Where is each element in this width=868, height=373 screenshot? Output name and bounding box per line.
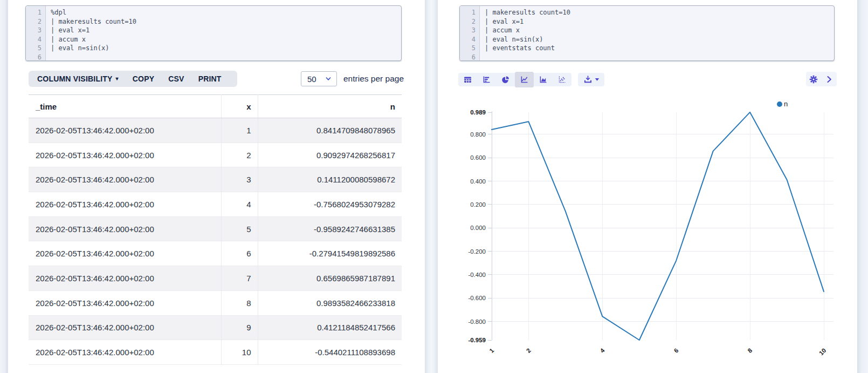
y-tick-label: 0.989: [470, 109, 486, 116]
area-chart-button[interactable]: [534, 73, 553, 86]
legend-dot: [777, 101, 782, 107]
notebook-page: 123456 %dpl| makeresults count=10| eval …: [0, 0, 868, 373]
cell-n: -0.27941549819892586: [258, 241, 402, 266]
cell-n: 0.1411200080598672: [258, 167, 402, 192]
page-size-value: 50: [307, 74, 316, 84]
cell-x: 4: [221, 192, 258, 217]
scatter-chart-icon: [557, 75, 567, 84]
cell-time: 2026-02-05T13:46:42.000+02:00: [29, 340, 221, 365]
code-line: [485, 53, 570, 61]
y-tick-label: 0.600: [470, 154, 486, 161]
line-number: 3: [26, 26, 45, 35]
table-row: 2026-02-05T13:46:42.000+02:0020.90929742…: [29, 143, 402, 167]
table-row: 2026-02-05T13:46:42.000+02:0090.41211848…: [29, 315, 402, 340]
code-line: | accum x: [485, 26, 570, 35]
cell-time: 2026-02-05T13:46:42.000+02:00: [29, 241, 221, 266]
table-row: 2026-02-05T13:46:42.000+02:0080.98935824…: [29, 290, 402, 315]
y-tick-label: -0.800: [468, 318, 486, 325]
table-row: 2026-02-05T13:46:42.000+02:004-0.7568024…: [29, 192, 402, 217]
cell-n: 0.9893582466233818: [258, 290, 402, 315]
cell-x: 3: [221, 167, 258, 192]
x-tick-label: 8: [747, 347, 754, 354]
line-number: 2: [460, 17, 479, 26]
cell-x: 1: [221, 118, 258, 143]
cell-time: 2026-02-05T13:46:42.000+02:00: [29, 192, 221, 217]
scatter-chart-button[interactable]: [553, 73, 571, 86]
bar-chart-button[interactable]: [477, 73, 496, 86]
cell-x: 2: [221, 143, 258, 167]
x-tick-label: 6: [673, 347, 680, 354]
line-chart-button[interactable]: [515, 72, 534, 87]
table-view-button[interactable]: [458, 73, 477, 86]
cell-n: 0.6569865987187891: [258, 266, 402, 291]
table-row: 2026-02-05T13:46:42.000+02:006-0.2794154…: [29, 241, 402, 266]
column-header-n[interactable]: n: [258, 95, 402, 118]
x-tick-label: 10: [818, 347, 828, 357]
cell-n: 0.8414709848078965: [258, 118, 402, 143]
cell-gutter-right: [857, 0, 868, 373]
download-button[interactable]: [583, 75, 600, 84]
cell-n: -0.9589242746631385: [258, 216, 402, 241]
code-line: | makeresults count=10: [485, 8, 570, 17]
column-visibility-button[interactable]: COLUMN VISIBILITY ▾: [37, 74, 126, 83]
x-tick-label: 2: [525, 347, 532, 354]
table-row: 2026-02-05T13:46:42.000+02:0010.84147098…: [29, 118, 402, 143]
chevron-right-icon: [824, 74, 834, 84]
table-row: 2026-02-05T13:46:42.000+02:0010-0.544021…: [29, 340, 402, 365]
code-line: | eval n=sin(x): [485, 35, 570, 44]
code-line: | eval x=1: [485, 17, 570, 26]
column-header-_time[interactable]: _time: [29, 95, 221, 118]
code-line: | eval n=sin(x): [51, 44, 136, 53]
y-tick-label: 0.400: [470, 178, 486, 185]
code-editor-right[interactable]: 123456 | makeresults count=10| eval x=1|…: [459, 5, 835, 61]
print-button[interactable]: PRINT: [191, 74, 229, 83]
pie-chart-icon: [501, 75, 510, 84]
y-tick-label: -0.959: [468, 337, 486, 343]
page-size-select[interactable]: 50: [301, 71, 337, 86]
cell-time: 2026-02-05T13:46:42.000+02:00: [29, 143, 221, 167]
copy-button[interactable]: COPY: [126, 74, 161, 83]
cell-time: 2026-02-05T13:46:42.000+02:00: [29, 118, 221, 143]
settings-button[interactable]: [809, 74, 818, 84]
expand-button[interactable]: [824, 74, 834, 84]
code-line: %dpl: [51, 8, 136, 17]
cell-n: -0.5440211108893698: [258, 340, 402, 365]
line-number: 4: [460, 35, 479, 44]
cell-x: 9: [221, 315, 258, 340]
y-tick-label: -0.400: [468, 272, 486, 278]
code-lines[interactable]: | makeresults count=10| eval x=1| accum …: [480, 6, 570, 60]
line-number: 3: [460, 26, 479, 35]
line-chart-panel: 0.9890.8000.6000.4000.2000.000-0.200-0.4…: [456, 96, 841, 369]
y-tick-label: -0.200: [468, 248, 486, 255]
line-chart: 0.9890.8000.6000.4000.2000.000-0.200-0.4…: [456, 96, 841, 369]
cell-time: 2026-02-05T13:46:42.000+02:00: [29, 216, 221, 241]
gear-icon: [809, 74, 818, 84]
cell-x: 7: [221, 266, 258, 291]
line-number: 6: [26, 53, 45, 61]
table-button-bar: COLUMN VISIBILITY ▾ COPY CSV PRINT: [29, 71, 237, 87]
line-number: 5: [26, 44, 45, 53]
x-tick-label: 4: [599, 347, 606, 354]
line-number: 5: [460, 44, 479, 53]
legend-item-n[interactable]: n: [777, 100, 788, 108]
x-tick-label: 1: [488, 347, 495, 354]
area-chart-icon: [539, 75, 548, 84]
chart-type-toolbar: [458, 73, 571, 86]
code-lines[interactable]: %dpl| makeresults count=10| eval x=1| ac…: [46, 6, 136, 60]
cell-x: 10: [221, 340, 258, 365]
code-line: | eval x=1: [51, 26, 136, 35]
csv-button[interactable]: CSV: [161, 74, 191, 83]
cell-n: 0.4121184852417566: [258, 315, 402, 340]
pie-chart-button[interactable]: [496, 73, 515, 86]
y-tick-label: 0.200: [470, 201, 486, 208]
cell-time: 2026-02-05T13:46:42.000+02:00: [29, 290, 221, 315]
code-editor-left[interactable]: 123456 %dpl| makeresults count=10| eval …: [25, 5, 402, 61]
download-toolbar: [578, 73, 604, 86]
caret-down-icon: [595, 78, 600, 82]
cell-gutter-middle: [425, 0, 438, 373]
line-number: 4: [26, 35, 45, 44]
cell-n: 0.9092974268256817: [258, 143, 402, 167]
legend-label: n: [784, 100, 788, 108]
column-header-x[interactable]: x: [221, 95, 258, 118]
line-number: 1: [26, 8, 45, 17]
